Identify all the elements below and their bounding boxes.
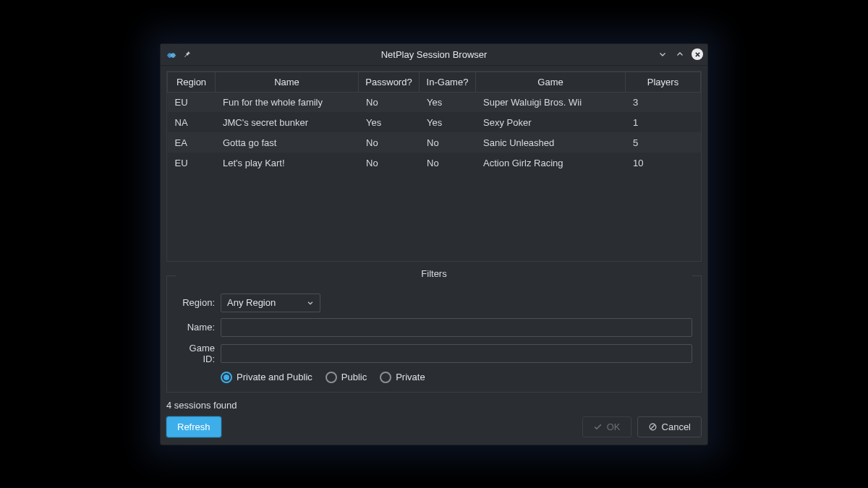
button-row: Refresh OK Cancel (166, 416, 702, 437)
gameid-input[interactable] (221, 344, 692, 363)
cell-ingame: Yes (420, 92, 476, 112)
cell-password: No (359, 92, 420, 112)
cell-game: Sanic Unleashed (476, 132, 626, 153)
region-label: Region: (176, 297, 221, 308)
radio-dot-icon (380, 372, 391, 383)
name-input[interactable] (221, 318, 692, 337)
col-password[interactable]: Password? (359, 72, 420, 92)
cell-region: NA (168, 112, 216, 132)
radio-label: Private (396, 372, 425, 382)
cell-ingame: No (420, 153, 476, 173)
cell-region: EU (168, 92, 216, 112)
region-select[interactable]: Any Region (221, 294, 320, 312)
col-players[interactable]: Players (626, 72, 701, 92)
table-header-row: Region Name Password? In-Game? Game Play… (168, 72, 701, 92)
chevron-down-icon (307, 299, 314, 307)
cell-region: EU (168, 153, 216, 173)
radio-private[interactable]: Private (380, 372, 425, 383)
cell-ingame: No (420, 132, 476, 153)
refresh-label: Refresh (177, 421, 210, 432)
cancel-icon (648, 422, 658, 432)
cell-name: Let's play Kart! (216, 153, 359, 173)
session-table: Region Name Password? In-Game? Game Play… (166, 71, 702, 262)
cell-name: JMC's secret bunker (216, 112, 359, 132)
filters-group: Filters Region: Any Region Name: Game ID… (166, 268, 702, 393)
cell-players: 3 (626, 92, 701, 112)
col-ingame[interactable]: In-Game? (420, 72, 476, 92)
cell-players: 10 (626, 153, 701, 173)
cell-name: Fun for the whole family (216, 92, 359, 112)
table-row[interactable]: EU Fun for the whole family No Yes Super… (168, 92, 701, 112)
cancel-button[interactable]: Cancel (637, 416, 702, 437)
radio-dot-icon (326, 372, 337, 383)
cell-game: Sexy Poker (476, 112, 626, 132)
gameid-label: Game ID: (176, 343, 221, 364)
cell-players: 1 (626, 112, 701, 132)
radio-label: Private and Public (237, 372, 312, 382)
check-icon (593, 422, 603, 432)
table-row[interactable]: EA Gotta go fast No No Sanic Unleashed 5 (168, 132, 701, 153)
filters-legend: Filters (176, 268, 692, 283)
minimize-button[interactable] (657, 48, 668, 60)
ok-button[interactable]: OK (582, 416, 631, 437)
col-region[interactable]: Region (168, 72, 216, 92)
table-row[interactable]: NA JMC's secret bunker Yes Yes Sexy Poke… (168, 112, 701, 132)
window-title: NetPlay Session Browser (161, 49, 707, 60)
cell-game: Super Waluigi Bros. Wii (476, 92, 626, 112)
content: Region Name Password? In-Game? Game Play… (161, 66, 707, 445)
privacy-radio-group: Private and Public Public Private (176, 372, 692, 383)
cell-password: Yes (359, 112, 420, 132)
radio-dot-icon (221, 372, 232, 383)
cell-region: EA (168, 132, 216, 153)
pin-icon[interactable] (182, 50, 192, 59)
radio-private-public[interactable]: Private and Public (221, 372, 312, 383)
cell-ingame: Yes (420, 112, 476, 132)
cancel-label: Cancel (662, 421, 691, 432)
radio-label: Public (341, 372, 367, 382)
ok-label: OK (607, 421, 621, 432)
col-game[interactable]: Game (476, 72, 626, 92)
svg-line-1 (650, 424, 654, 428)
status-text: 4 sessions found (166, 400, 702, 411)
refresh-button[interactable]: Refresh (166, 416, 221, 437)
name-label: Name: (176, 322, 221, 333)
titlebar[interactable]: NetPlay Session Browser (161, 44, 707, 66)
app-icon (165, 48, 178, 61)
table-row[interactable]: EU Let's play Kart! No No Action Girlz R… (168, 153, 701, 173)
maximize-button[interactable] (674, 48, 686, 60)
window-controls (657, 48, 703, 60)
cell-password: No (359, 153, 420, 173)
radio-public[interactable]: Public (326, 372, 367, 383)
cell-game: Action Girlz Racing (476, 153, 626, 173)
cell-name: Gotta go fast (216, 132, 359, 153)
cell-password: No (359, 132, 420, 153)
region-select-value: Any Region (227, 297, 276, 308)
close-button[interactable] (692, 48, 703, 60)
cell-players: 5 (626, 132, 701, 153)
window: NetPlay Session Browser Region Name Pass… (160, 43, 708, 445)
col-name[interactable]: Name (216, 72, 359, 92)
